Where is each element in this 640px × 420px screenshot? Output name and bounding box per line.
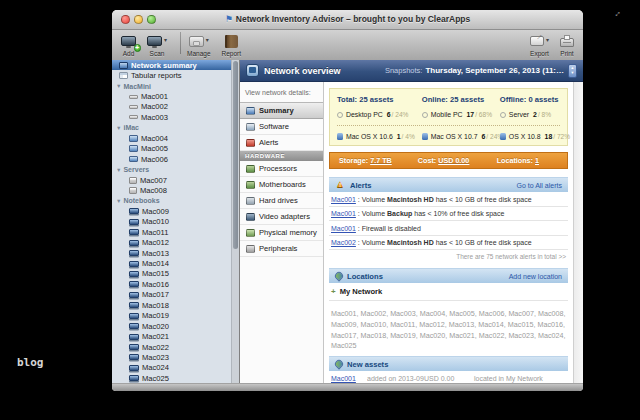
scan-button[interactable]: ▾ Scan — [147, 34, 167, 57]
sidebar-item-mac020[interactable]: Mac020 — [112, 321, 231, 331]
warning-exclamation: ! — [339, 183, 341, 189]
snapshot-date: Thursday, September 26, 2013 (11:… — [425, 66, 564, 75]
laptop-icon — [129, 354, 139, 360]
add-button-label: Add — [123, 50, 135, 57]
sidebar-item-mac016[interactable]: Mac016 — [112, 279, 231, 289]
sidebar-item-mac008[interactable]: Mac008 — [112, 185, 231, 195]
export-icon — [530, 36, 544, 46]
manage-button-label: Manage — [187, 50, 211, 57]
sidebar-item-mac007[interactable]: Mac007 — [112, 175, 231, 185]
sidebar-group-notebooks[interactable]: ▼ Notebooks — [112, 196, 231, 206]
sidebar-item-mac021[interactable]: Mac021 — [112, 331, 231, 341]
alert-host-link[interactable]: Mac001 — [331, 196, 356, 203]
imac-icon — [129, 156, 138, 163]
asset-cost: USD 0.00 — [424, 375, 474, 382]
sidebar-item-mac002[interactable]: Mac002 — [112, 102, 231, 112]
os-stat: Mac OS X 10.76/ 24% — [422, 133, 500, 140]
menu-item-peripherals[interactable]: Peripherals — [240, 241, 323, 257]
menu-item-summary[interactable]: Summary — [240, 102, 323, 119]
alert-text: : Volume — [356, 196, 387, 203]
menu-item-physical-memory[interactable]: Physical memory — [240, 225, 323, 241]
laptop-icon — [129, 261, 139, 267]
panel-title: Network overview — [264, 66, 341, 76]
device-count: 17 — [467, 111, 475, 118]
alert-text: : Firewall is disabled — [356, 225, 421, 232]
resize-arrows-icon: ↔ — [610, 6, 623, 19]
sidebar-group-servers[interactable]: ▼ Servers — [112, 164, 231, 174]
stepper-down-icon[interactable]: ▾ — [571, 71, 573, 76]
menu-item-motherboards[interactable]: Motherboards — [240, 177, 323, 193]
app-flag-icon: ⚑ — [225, 14, 233, 24]
view-menu: View network details: Summary Software A… — [240, 82, 324, 384]
close-button[interactable] — [121, 15, 130, 24]
sidebar-item-mac014[interactable]: Mac014 — [112, 258, 231, 268]
sidebar-item-label: Mac023 — [142, 353, 169, 362]
os-share: / 72% — [553, 133, 570, 140]
menu-item-processors[interactable]: Processors — [240, 161, 323, 177]
scrollbar-thumb[interactable] — [233, 61, 238, 249]
laptop-icon — [129, 334, 139, 340]
alert-row: Mac001 : Firewall is disabled — [329, 221, 568, 236]
print-button[interactable]: Print — [560, 34, 574, 57]
panel-header: Network overview Snapshots: Thursday, Se… — [240, 60, 583, 82]
sidebar-item-mac010[interactable]: Mac010 — [112, 217, 231, 227]
network-row[interactable]: + My Network — [329, 283, 568, 301]
sidebar-item-mac025[interactable]: Mac025 — [112, 373, 231, 383]
sidebar-item-mac017[interactable]: Mac017 — [112, 290, 231, 300]
summary-box: Total: 25 assets Online: 25 assets Offli… — [329, 88, 568, 146]
processor-icon — [246, 165, 255, 173]
menu-item-label: Physical memory — [259, 228, 317, 237]
alert-host-link[interactable]: Mac001 — [331, 225, 356, 232]
sidebar-item-mac018[interactable]: Mac018 — [112, 300, 231, 310]
sidebar-item-mac013[interactable]: Mac013 — [112, 248, 231, 258]
new-assets-header: New assets — [329, 356, 568, 371]
server-icon — [129, 177, 137, 184]
sidebar-item-mac015[interactable]: Mac015 — [112, 269, 231, 279]
storage-link[interactable]: 7.7 TB — [370, 156, 392, 165]
sidebar-item-tabular-reports[interactable]: Tabular reports — [112, 70, 231, 80]
alert-text: : Volume — [356, 239, 387, 246]
menu-item-hard-drives[interactable]: Hard drives — [240, 193, 323, 209]
sidebar-item-mac011[interactable]: Mac011 — [112, 227, 231, 237]
menu-item-label: Peripherals — [259, 244, 297, 253]
sidebar-item-mac024[interactable]: Mac024 — [112, 363, 231, 373]
panel-body: View network details: Summary Software A… — [240, 82, 583, 384]
alert-volume: Backup — [387, 210, 412, 217]
sidebar-item-mac004[interactable]: Mac004 — [112, 133, 231, 143]
disclosure-triangle-icon: ▼ — [116, 167, 121, 173]
snapshot-stepper[interactable]: ▴▾ — [568, 64, 577, 78]
sidebar-item-mac003[interactable]: Mac003 — [112, 112, 231, 122]
sidebar-item-mac005[interactable]: Mac005 — [112, 144, 231, 154]
sidebar-group-macmini[interactable]: ▼ MacMini — [112, 81, 231, 91]
manage-button[interactable]: ▾ Manage — [187, 34, 211, 57]
sidebar-group-imac[interactable]: ▼ iMac — [112, 123, 231, 133]
sidebar-item-network-summary[interactable]: Network summary — [112, 60, 231, 70]
alert-host-link[interactable]: Mac002 — [331, 239, 356, 246]
sidebar-item-label: Tabular reports — [131, 71, 182, 80]
content-scrollbar[interactable] — [573, 82, 583, 384]
sidebar-item-label: Mac018 — [142, 301, 169, 310]
print-button-label: Print — [560, 50, 573, 57]
add-button[interactable]: + Add — [121, 34, 136, 57]
sidebar-item-mac012[interactable]: Mac012 — [112, 237, 231, 247]
export-button[interactable]: ▾ Export — [530, 34, 549, 57]
cost-link[interactable]: USD 0.00 — [438, 156, 469, 165]
sidebar-item-mac009[interactable]: Mac009 — [112, 206, 231, 216]
sidebar-item-mac001[interactable]: Mac001 — [112, 91, 231, 101]
asset-host-link[interactable]: Mac001 — [331, 375, 356, 382]
sidebar-scrollbar[interactable] — [231, 60, 239, 384]
add-new-location-link[interactable]: Add new location — [509, 273, 562, 280]
sidebar-item-mac006[interactable]: Mac006 — [112, 154, 231, 164]
alert-host-link[interactable]: Mac001 — [331, 210, 356, 217]
menu-item-software[interactable]: Software — [240, 119, 323, 135]
sidebar-item-mac022[interactable]: Mac022 — [112, 342, 231, 352]
menu-item-alerts[interactable]: Alerts — [240, 135, 323, 151]
overview-content: Total: 25 assets Online: 25 assets Offli… — [324, 82, 573, 384]
sidebar-item-mac019[interactable]: Mac019 — [112, 311, 231, 321]
table-icon — [119, 72, 128, 79]
menu-item-video-adapters[interactable]: Video adapters — [240, 209, 323, 225]
locations-link[interactable]: 1 — [535, 156, 539, 165]
report-button[interactable]: Report — [222, 34, 242, 57]
sidebar-item-mac023[interactable]: Mac023 — [112, 352, 231, 362]
go-to-all-alerts-link[interactable]: Go to All alerts — [516, 182, 562, 189]
